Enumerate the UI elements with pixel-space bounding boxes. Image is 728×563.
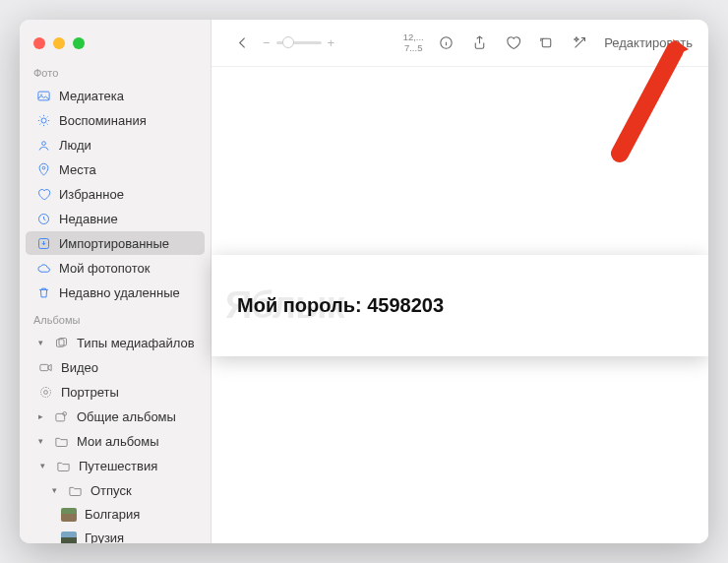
chevron-right-icon: ▸ — [35, 411, 45, 421]
sidebar-item-label: Болгария — [85, 507, 140, 522]
date-label: 12,... 7...5 — [399, 32, 427, 53]
portrait-icon — [37, 384, 53, 400]
sidebar-item-label: Отпуск — [91, 483, 132, 498]
sidebar-item-label: Воспоминания — [59, 113, 147, 128]
clock-icon — [35, 211, 51, 226]
sidebar-item-label: Общие альбомы — [77, 409, 176, 424]
svg-rect-15 — [542, 38, 551, 47]
svg-point-1 — [40, 94, 42, 95]
svg-rect-9 — [39, 364, 47, 370]
sidebar-item-label: Типы медиафайлов — [77, 336, 195, 350]
sidebar-item-georgia[interactable]: Грузия — [26, 527, 205, 543]
sidebar-item-my-albums[interactable]: ▾ Мои альбомы — [26, 429, 205, 453]
sidebar-item-recently-deleted[interactable]: Недавно удаленные — [26, 281, 205, 304]
sidebar: Фото Медиатека Воспоминания Люди Места И… — [20, 20, 212, 543]
folder-icon — [55, 458, 71, 473]
folder-icon — [53, 433, 69, 449]
zoom-plus: + — [328, 35, 335, 50]
trash-icon — [35, 284, 51, 300]
sidebar-item-label: Избранное — [59, 187, 124, 202]
sidebar-item-recent[interactable]: Недавние — [26, 207, 205, 230]
photo-content: Яблык Мой пороль: 4598203 — [212, 255, 708, 356]
svg-rect-0 — [37, 92, 48, 100]
sidebar-item-vacation[interactable]: ▾ Отпуск — [26, 478, 205, 502]
chevron-down-icon: ▾ — [35, 338, 45, 347]
section-photos-label: Фото — [20, 63, 211, 83]
sidebar-item-library[interactable]: Медиатека — [26, 84, 205, 107]
library-icon — [35, 88, 51, 103]
sidebar-item-label: Путешествия — [79, 459, 157, 473]
maximize-window-button[interactable] — [73, 37, 85, 49]
auto-enhance-button[interactable] — [565, 30, 594, 57]
people-icon — [35, 137, 51, 153]
album-thumbnail — [61, 508, 77, 522]
sidebar-item-label: Грузия — [85, 531, 124, 543]
media-types-icon — [53, 335, 69, 350]
toolbar: − + 12,... 7...5 Редактировать — [212, 20, 708, 67]
video-icon — [37, 359, 53, 375]
sidebar-item-label: Места — [59, 162, 96, 177]
sidebar-item-label: Недавние — [59, 212, 118, 226]
sidebar-item-bulgaria[interactable]: Болгария — [26, 503, 205, 526]
window-controls — [20, 28, 211, 63]
places-icon — [35, 161, 51, 177]
sidebar-item-media-types[interactable]: ▾ Типы медиафайлов — [26, 331, 205, 354]
folder-icon — [67, 482, 83, 498]
cloud-icon — [35, 260, 51, 276]
sidebar-item-video[interactable]: Видео — [26, 355, 205, 379]
close-window-button[interactable] — [33, 37, 45, 49]
import-icon — [35, 235, 51, 251]
memories-icon — [35, 112, 51, 128]
svg-point-4 — [42, 166, 45, 169]
sidebar-item-label: Медиатека — [59, 89, 124, 103]
date-bottom: 7...5 — [399, 43, 427, 53]
zoom-knob[interactable] — [282, 36, 294, 48]
sidebar-item-travel[interactable]: ▾ Путешествия — [26, 454, 205, 477]
shared-albums-icon — [53, 408, 69, 424]
sidebar-item-label: Портреты — [61, 385, 119, 400]
sidebar-item-favorites[interactable]: Избранное — [26, 182, 205, 206]
image-viewer[interactable]: Яблык Мой пороль: 4598203 — [212, 67, 708, 543]
zoom-slider[interactable]: − + — [263, 35, 334, 50]
chevron-down-icon: ▾ — [37, 461, 47, 470]
zoom-minus: − — [263, 35, 271, 50]
sidebar-item-portraits[interactable]: Портреты — [26, 380, 205, 404]
svg-point-2 — [41, 118, 46, 123]
album-thumbnail — [61, 532, 77, 544]
svg-point-11 — [43, 390, 47, 394]
sidebar-item-shared-albums[interactable]: ▸ Общие альбомы — [26, 405, 205, 428]
app-window: Фото Медиатека Воспоминания Люди Места И… — [20, 20, 708, 543]
share-button[interactable] — [464, 30, 494, 57]
photo-text: Мой пороль: 4598203 — [237, 294, 683, 317]
back-button[interactable] — [227, 30, 257, 57]
chevron-down-icon: ▾ — [49, 485, 59, 495]
sidebar-item-label: Импортированные — [59, 236, 169, 251]
sidebar-item-label: Мой фотопоток — [59, 261, 150, 276]
zoom-track[interactable] — [276, 41, 322, 44]
sidebar-item-places[interactable]: Места — [26, 157, 205, 181]
sidebar-item-people[interactable]: Люди — [26, 133, 205, 156]
section-albums-label: Альбомы — [20, 310, 211, 330]
favorite-button[interactable] — [498, 30, 527, 57]
svg-rect-10 — [40, 387, 50, 397]
sidebar-item-imported[interactable]: Импортированные — [26, 231, 205, 255]
chevron-down-icon: ▾ — [35, 436, 45, 446]
sidebar-item-photostream[interactable]: Мой фотопоток — [26, 256, 205, 280]
minimize-window-button[interactable] — [53, 37, 65, 49]
sidebar-item-label: Недавно удаленные — [59, 285, 180, 300]
sidebar-item-memories[interactable]: Воспоминания — [26, 108, 205, 132]
sidebar-item-label: Люди — [59, 138, 91, 153]
edit-button[interactable]: Редактировать — [598, 35, 698, 50]
info-button[interactable] — [431, 30, 460, 57]
rotate-button[interactable] — [531, 30, 561, 57]
sidebar-item-label: Видео — [61, 360, 98, 375]
sidebar-item-label: Мои альбомы — [77, 434, 159, 449]
heart-icon — [35, 186, 51, 202]
content-area: − + 12,... 7...5 Редактировать Яблык Мой… — [212, 20, 708, 543]
date-top: 12,... — [399, 32, 427, 42]
svg-point-3 — [41, 141, 45, 145]
